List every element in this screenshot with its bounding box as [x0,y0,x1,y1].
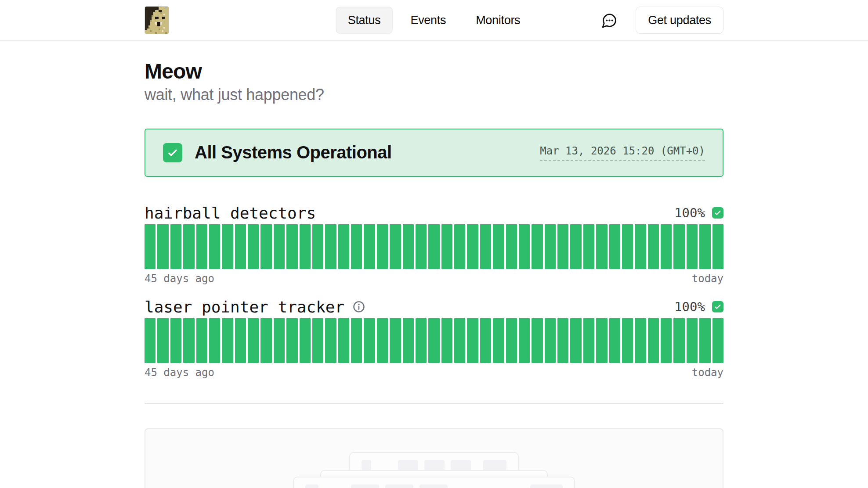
uptime-bar[interactable] [428,318,439,363]
uptime-bar[interactable] [596,224,607,269]
uptime-bar[interactable] [506,224,517,269]
uptime-bar[interactable] [519,224,530,269]
uptime-bar[interactable] [545,318,556,363]
uptime-bar[interactable] [622,318,633,363]
uptime-bar[interactable] [235,224,246,269]
uptime-bar[interactable] [441,318,452,363]
uptime-bar[interactable] [364,318,375,363]
uptime-bar[interactable] [622,224,633,269]
uptime-bar[interactable] [661,318,672,363]
uptime-bar[interactable] [454,318,465,363]
uptime-bar[interactable] [493,318,504,363]
uptime-bar[interactable] [157,224,168,269]
uptime-bar[interactable] [506,318,517,363]
uptime-bar[interactable] [570,318,581,363]
uptime-bar[interactable] [274,318,285,363]
uptime-bar[interactable] [699,318,710,363]
nav-tab-events[interactable]: Events [398,7,458,34]
uptime-bar[interactable] [441,224,452,269]
uptime-bar[interactable] [557,224,568,269]
uptime-bar[interactable] [712,318,723,363]
uptime-bar[interactable] [209,318,220,363]
nav-tab-monitors[interactable]: Monitors [464,7,532,34]
uptime-bar[interactable] [248,318,259,363]
uptime-bar[interactable] [222,224,233,269]
uptime-bar[interactable] [467,318,478,363]
uptime-bar[interactable] [609,318,620,363]
uptime-bar[interactable] [416,224,427,269]
uptime-bar[interactable] [545,224,556,269]
uptime-bar[interactable] [351,224,362,269]
uptime-bar[interactable] [377,318,388,363]
uptime-bar[interactable] [274,224,285,269]
main-nav: Status Events Monitors [336,7,532,34]
uptime-bar[interactable] [260,318,271,363]
uptime-bar[interactable] [338,318,349,363]
uptime-bar[interactable] [467,224,478,269]
uptime-bar[interactable] [364,224,375,269]
uptime-bar[interactable] [673,224,684,269]
range-end-label: today [692,366,723,379]
uptime-bar[interactable] [260,224,271,269]
uptime-bar[interactable] [480,318,491,363]
site-logo-cat-image[interactable] [145,6,169,34]
feedback-chat-button[interactable] [600,11,618,29]
uptime-bar[interactable] [312,318,323,363]
uptime-bar[interactable] [403,224,414,269]
uptime-bar[interactable] [596,318,607,363]
uptime-bar[interactable] [351,318,362,363]
uptime-bar[interactable] [183,318,194,363]
uptime-bar[interactable] [325,318,336,363]
uptime-bar[interactable] [248,224,259,269]
uptime-bar[interactable] [454,224,465,269]
uptime-bar[interactable] [712,224,723,269]
uptime-bar[interactable] [532,318,542,363]
uptime-bar[interactable] [222,318,233,363]
uptime-bar[interactable] [390,224,401,269]
uptime-bar[interactable] [493,224,504,269]
uptime-bar[interactable] [157,318,168,363]
uptime-bar[interactable] [609,224,620,269]
uptime-bar[interactable] [377,224,388,269]
uptime-bar[interactable] [699,224,710,269]
uptime-bar[interactable] [196,318,207,363]
uptime-bar[interactable] [635,318,646,363]
uptime-bar[interactable] [145,224,156,269]
uptime-bar[interactable] [300,318,311,363]
status-timestamp[interactable]: Mar 13, 2026 15:20 (GMT+0) [540,145,705,161]
uptime-bar[interactable] [519,318,530,363]
get-updates-button[interactable]: Get updates [636,7,723,34]
uptime-bar[interactable] [145,318,156,363]
uptime-bar[interactable] [687,224,698,269]
uptime-bar[interactable] [416,318,427,363]
info-icon[interactable] [352,300,365,313]
uptime-bar[interactable] [390,318,401,363]
uptime-bar[interactable] [635,224,646,269]
uptime-bar[interactable] [312,224,323,269]
uptime-bar[interactable] [583,224,594,269]
uptime-bar[interactable] [648,318,659,363]
uptime-bar[interactable] [170,318,181,363]
uptime-bar[interactable] [325,224,336,269]
uptime-bar[interactable] [570,224,581,269]
uptime-bar[interactable] [648,224,659,269]
uptime-bar[interactable] [532,224,542,269]
uptime-bar[interactable] [286,318,297,363]
uptime-bar[interactable] [480,224,491,269]
uptime-bar[interactable] [687,318,698,363]
uptime-bar[interactable] [583,318,594,363]
uptime-bar[interactable] [209,224,220,269]
uptime-bar[interactable] [428,224,439,269]
uptime-bar[interactable] [403,318,414,363]
uptime-bar[interactable] [661,224,672,269]
uptime-bar[interactable] [196,224,207,269]
uptime-bar[interactable] [170,224,181,269]
uptime-bar[interactable] [557,318,568,363]
uptime-bar[interactable] [183,224,194,269]
uptime-bar[interactable] [338,224,349,269]
uptime-bar[interactable] [235,318,246,363]
uptime-bar[interactable] [673,318,684,363]
nav-tab-status[interactable]: Status [336,7,393,34]
uptime-bar[interactable] [300,224,311,269]
uptime-bar[interactable] [286,224,297,269]
